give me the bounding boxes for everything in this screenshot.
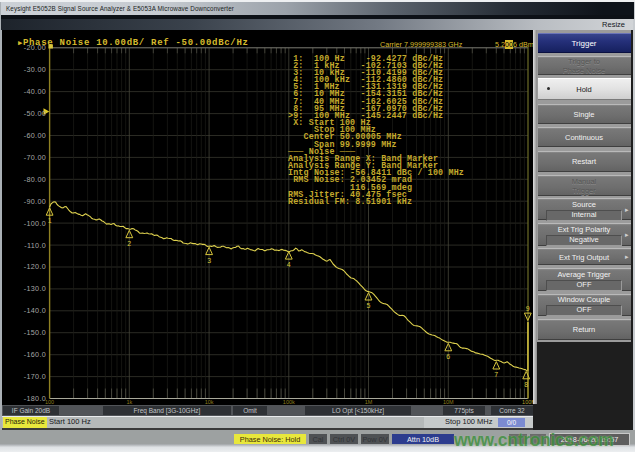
svg-text:1: 1 [48,217,52,224]
svg-text:-80.00: -80.00 [24,175,46,184]
svg-text:7: 7 [494,371,498,378]
svg-text:-140.0: -140.0 [24,306,46,315]
svg-text:-150.0: -150.0 [24,328,46,337]
svg-text:-100.0: -100.0 [24,219,46,228]
svg-text:-20.00: -20.00 [24,43,46,52]
svg-text:-60.00: -60.00 [24,131,46,140]
svg-text:-30.00: -30.00 [24,65,46,74]
svg-text:6: 6 [446,353,450,360]
svg-text:-50.00: -50.00 [24,109,46,118]
svg-text:-180.0: -180.0 [24,394,46,403]
svg-text:9: 9 [526,305,530,312]
svg-text:-120.0: -120.0 [24,262,46,271]
svg-text:2: 2 [127,240,131,247]
svg-text:-70.00: -70.00 [24,153,46,162]
svg-text:-90.00: -90.00 [24,197,46,206]
svg-text:-130.0: -130.0 [24,284,46,293]
svg-text:5: 5 [367,302,371,309]
svg-text:4: 4 [287,261,291,268]
svg-text:-110.0: -110.0 [24,241,46,250]
svg-text:-160.0: -160.0 [24,350,46,359]
svg-text:-40.00: -40.00 [24,87,46,96]
svg-text:-170.0: -170.0 [24,372,46,381]
svg-text:8: 8 [524,381,528,388]
svg-text:3: 3 [207,257,211,264]
